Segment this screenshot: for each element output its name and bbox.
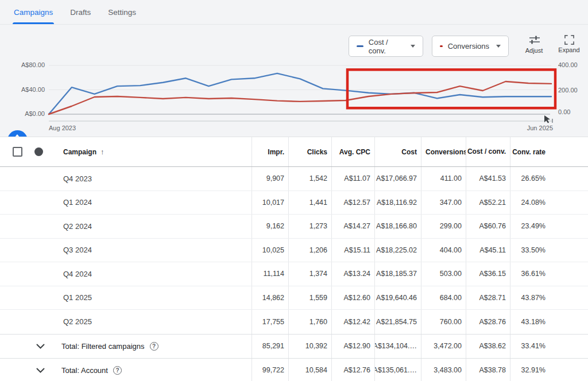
total-filtered-label-cell: Total: Filtered campaigns [0,335,252,358]
avg-cpc-cell: A$12.42 [331,310,374,334]
campaign-name[interactable]: Q2 2024 [63,222,92,231]
tune-icon [529,35,540,45]
conversions-cell: 299.00 [421,215,466,238]
total-cost-conv-cell: A$38.78 [466,359,510,381]
table-row[interactable]: Q1 2024 10,017 1,441 A$12.57 A$18,116.92… [0,191,588,215]
total-filtered-label: Total: Filtered campaigns [61,342,145,351]
tab-drafts-label: Drafts [70,8,91,17]
cost-conv-cell: A$41.53 [466,167,510,190]
table-row[interactable]: Q2 2024 9,162 1,273 A$14.27 A$18,166.80 … [0,215,588,239]
total-conversions-cell: 3,472.00 [421,335,466,358]
impr-column-header[interactable]: Impr. [252,137,288,166]
active-tab-indicator [13,22,54,24]
cost-conv-series-swatch [357,45,363,48]
campaign-name[interactable]: Q3 2024 [63,246,92,254]
clicks-column-header[interactable]: Clicks [288,137,331,166]
row-filler-cell [552,262,588,286]
avg-cpc-cell: A$12.60 [331,286,374,310]
conv-rate-column-header[interactable]: Conv. rate [510,137,552,166]
table-row[interactable]: Q3 2024 10,025 1,206 A$15.11 A$18,225.02… [0,239,588,263]
resize-cursor-icon [544,115,550,123]
cost-conv-cell: A$28.76 [466,310,510,334]
row-filler-cell [552,335,588,358]
campaign-name[interactable]: Q4 2024 [63,270,92,278]
help-icon[interactable] [113,366,122,375]
impr-cell: 10,025 [252,239,288,262]
avg-cpc-cell: A$14.27 [331,215,374,238]
adjust-button[interactable]: Adjust [519,35,550,58]
time-series-chart: A$80.00 A$40.00 A$0.00 400.00 200.00 0.0… [0,57,588,137]
clicks-cell: 1,559 [288,286,331,310]
impr-cell: 10,017 [252,191,288,215]
campaign-name[interactable]: Q2 2025 [63,317,92,326]
impr-cell: 11,114 [252,262,288,286]
total-cost-conv-cell: A$38.62 [466,335,510,358]
cost-conv-cell: A$60.76 [466,215,510,238]
table-row[interactable]: Q4 2023 9,907 1,542 A$11.07 A$17,066.97 … [0,167,588,191]
conversions-cell: 404.00 [421,239,466,262]
cost-conv-column-header[interactable]: Cost / conv. [466,137,510,166]
right-axis-tick-0: 0.00 [558,108,570,115]
table-row[interactable]: Q2 2025 17,755 1,760 A$12.42 A$21,854.75… [0,310,588,334]
row-filler-cell [552,239,588,262]
right-axis-tick-400: 400.00 [558,61,578,68]
campaign-name[interactable]: Q1 2024 [63,198,92,207]
tab-bar: Campaigns Drafts Settings [0,0,588,25]
row-filler-cell [552,191,588,215]
campaign-name-cell: Q2 2024 [0,215,252,238]
conversions-cell: 411.00 [421,167,466,190]
expand-chevron-icon[interactable] [36,368,45,373]
campaign-name-cell: Q1 2024 [0,191,252,215]
impr-cell: 17,755 [252,310,288,334]
total-impr-cell: 99,722 [252,359,288,381]
expand-chevron-icon[interactable] [36,344,45,349]
avg-cpc-column-header[interactable]: Avg. CPC [331,137,374,166]
total-clicks-cell: 10,584 [288,359,331,381]
conversions-cell: 684.00 [421,286,466,310]
cost-column-header[interactable]: Cost [374,137,421,166]
left-axis-tick-80: A$80.00 [21,61,45,68]
tab-drafts[interactable]: Drafts [69,0,92,24]
cost-cell: A$18,185.37 [374,262,421,286]
conv-rate-cell: 23.49% [510,215,552,238]
total-conv-rate-cell: 32.91% [510,359,552,381]
campaign-name[interactable]: Q1 2025 [63,293,92,302]
row-filler-cell [552,215,588,238]
clicks-cell: 1,441 [288,191,331,215]
impr-cell: 9,162 [252,215,288,238]
campaign-name-cell: Q4 2023 [0,167,252,190]
conv-rate-cell: 43.87% [510,286,552,310]
expand-button[interactable]: Expand [554,35,585,58]
left-axis-tick-40: A$40.00 [21,86,45,93]
campaign-column-header[interactable]: Campaign [63,148,96,156]
metric-dropdown-cost-conv[interactable]: Cost / conv. [349,36,423,57]
metric-dropdown-conversions[interactable]: Conversions [432,36,509,57]
impr-cell: 14,862 [252,286,288,310]
total-avg-cpc-cell: A$12.76 [331,359,374,381]
cost-conv-cell: A$45.11 [466,239,510,262]
cost-cell: A$18,166.80 [374,215,421,238]
campaign-header-cell: Campaign ↑ [0,137,252,166]
avg-cpc-cell: A$13.24 [331,262,374,286]
cost-cell: A$19,640.46 [374,286,421,310]
campaign-name[interactable]: Q4 2023 [63,174,92,183]
total-clicks-cell: 10,392 [288,335,331,358]
clicks-cell: 1,760 [288,310,331,334]
total-account-label: Total: Account [61,366,108,375]
clicks-cell: 1,206 [288,239,331,262]
table-body: Q4 2023 9,907 1,542 A$11.07 A$17,066.97 … [0,167,588,334]
sort-ascending-icon[interactable]: ↑ [100,147,105,156]
chevron-down-icon [496,45,501,48]
clicks-cell: 1,273 [288,215,331,238]
conversions-column-header[interactable]: Conversions [421,137,466,166]
select-all-checkbox[interactable] [13,147,22,157]
cost-cell: A$18,116.92 [374,191,421,215]
help-icon[interactable] [150,342,158,351]
impr-cell: 9,907 [252,167,288,190]
table-row[interactable]: Q1 2025 14,862 1,559 A$12.60 A$19,640.46… [0,286,588,310]
tab-campaigns[interactable]: Campaigns [13,0,54,24]
table-row[interactable]: Q4 2024 11,114 1,374 A$13.24 A$18,185.37… [0,262,588,286]
tab-settings[interactable]: Settings [107,0,137,24]
total-cost-cell: A$134,104.… [374,335,421,358]
cost-conv-cell: A$28.71 [466,286,510,310]
